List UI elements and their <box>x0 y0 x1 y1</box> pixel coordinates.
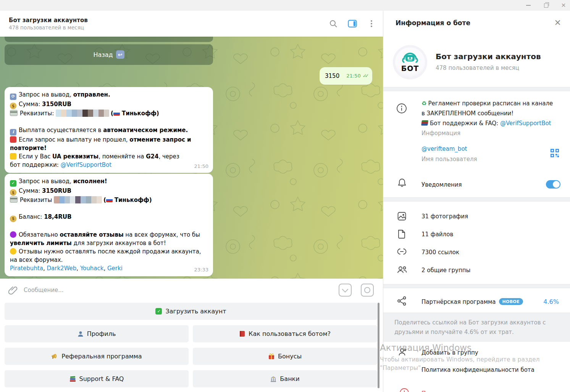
message-time: 21:50 <box>194 162 208 171</box>
megaphone-emoji-icon <box>51 353 58 360</box>
add-user-icon <box>397 347 408 358</box>
close-panel-icon[interactable]: ✕ <box>554 18 561 27</box>
russia-flag-icon <box>113 111 120 116</box>
shared-links-row[interactable]: 7300 ссылок <box>421 249 459 256</box>
inline-button-back[interactable]: Назад ↩ <box>5 44 213 65</box>
bot-message-withdraw-sent: ⟳Запрос на вывод, отправлен. $Сумма: 315… <box>5 87 213 173</box>
chat-title: Бот загрузки аккаунтов <box>9 16 88 24</box>
kb-button-profile[interactable]: Профиль <box>5 325 189 342</box>
forum-link-youhack[interactable]: Youhack <box>80 265 104 272</box>
restore-button[interactable] <box>543 2 549 9</box>
shared-files-row[interactable]: 11 файлов <box>421 231 453 238</box>
moneybag-emoji-icon: $ <box>10 189 16 196</box>
add-to-group-row[interactable]: Добавить в группу <box>421 349 478 356</box>
red-square-emoji-icon <box>10 136 16 143</box>
files-icon <box>397 229 408 240</box>
chat-column: Бот загрузки аккаунтов 478 пользователей… <box>0 11 383 392</box>
kb-button-upload-account[interactable]: ✓ Загрузить аккаунт <box>5 303 377 320</box>
chat-subtitle: 478 пользователей в месяц <box>9 24 88 31</box>
kb-button-support-faq[interactable]: Support & FAQ <box>5 370 189 387</box>
refresh-emoji-icon: ⟳ <box>10 94 16 100</box>
panel-bot-name: Бот загрузки аккаунтов <box>436 52 541 61</box>
books-emoji-icon <box>421 120 428 126</box>
censored-requisites <box>56 110 109 117</box>
chat-background: YooMoney 4100118822875872 Назад ↩ 3150 2… <box>0 37 383 279</box>
bot-info-panel: Информация о боте ✕ БОТ Бот загрузки акк… <box>383 11 570 392</box>
hide-keyboard-icon[interactable] <box>339 284 352 297</box>
message-time: 21:50 <box>346 72 360 80</box>
bell-icon <box>397 178 408 189</box>
kb-button-banks[interactable]: Банки <box>193 370 377 387</box>
red-book-emoji-icon <box>239 331 245 337</box>
check-emoji-icon: ✓ <box>10 180 16 187</box>
links-icon <box>397 248 407 258</box>
info-icon <box>396 103 407 114</box>
forum-link-piratebuhta[interactable]: Piratebuhta <box>10 265 43 272</box>
close-window-button[interactable]: ✕ <box>560 2 567 9</box>
menu-kebab-icon[interactable] <box>367 19 376 28</box>
forum-link-dark2web[interactable]: Dark2Web <box>47 265 77 272</box>
support-bot-link[interactable]: @VerifSupportBot <box>500 120 551 127</box>
info-label: Информация <box>421 128 564 138</box>
bot-avatar[interactable]: БОТ <box>393 45 427 79</box>
card-emoji-icon <box>10 110 18 116</box>
partner-program-row[interactable]: Партнёрская программаНОВОЕ <box>421 298 523 305</box>
bot-keyboard-icon[interactable] <box>361 284 374 297</box>
partner-percent: 4.6% <box>543 298 559 305</box>
report-icon <box>399 388 410 392</box>
attach-icon[interactable] <box>8 286 18 295</box>
inline-button-yoomoney[interactable]: YooMoney 4100118822875872 <box>5 37 213 42</box>
chat-header: Бот загрузки аккаунтов 478 пользователей… <box>0 11 383 37</box>
partner-description: Поделитесь ссылкой на Бот загрузки аккау… <box>383 313 570 342</box>
common-groups-row[interactable]: 2 общие группы <box>421 267 470 274</box>
robot-icon <box>402 52 418 65</box>
back-arrow-icon: ↩ <box>116 50 124 59</box>
bank-emoji-icon <box>270 376 276 382</box>
groups-icon <box>397 265 408 276</box>
russia-flag-icon <box>106 198 113 202</box>
notifications-toggle[interactable] <box>546 180 560 189</box>
keyboard-scrollbar[interactable] <box>378 303 379 388</box>
kb-button-how-to-use[interactable]: Как пользоваться ботом? <box>193 325 377 342</box>
card-emoji-icon <box>10 197 18 203</box>
panel-title: Информация о боте <box>396 19 470 27</box>
qr-code-icon[interactable] <box>550 148 560 158</box>
message-text: 3150 <box>325 72 339 80</box>
moneybag-emoji-icon: $ <box>10 216 16 222</box>
purple-circle-emoji-icon <box>10 231 16 238</box>
section-divider <box>383 284 570 288</box>
message-composer <box>0 279 383 302</box>
shared-photos-row[interactable]: 31 фотография <box>421 213 468 220</box>
message-input[interactable] <box>23 286 339 294</box>
books-emoji-icon <box>69 376 76 382</box>
moneybag-emoji-icon: $ <box>10 103 16 109</box>
read-checkmarks-icon: ✓✓ <box>363 72 369 80</box>
report-row[interactable]: Пожаловаться <box>421 390 465 392</box>
privacy-policy-row[interactable]: Политика конфиденциальности бота <box>421 366 534 373</box>
yellow-square-emoji-icon <box>10 153 16 160</box>
bot-message-withdraw-done: ✓Запрос на вывод, исполнен! $Сумма: 3150… <box>5 174 213 276</box>
recycle-emoji-icon: ♻ <box>421 100 426 107</box>
bot-username-link[interactable]: @verifteam_bot <box>421 145 467 152</box>
message-time: 23:33 <box>194 266 208 274</box>
window-titlebar: ✕ <box>0 0 570 11</box>
toggle-sidebar-icon[interactable] <box>348 19 357 28</box>
info-emoji-icon: i <box>10 129 16 136</box>
gift-emoji-icon <box>268 353 275 360</box>
avatar-label: БОТ <box>401 64 419 73</box>
forum-link-gerki[interactable]: Gerki <box>107 265 123 272</box>
support-bot-link[interactable]: @VerifSupportBot <box>61 161 112 168</box>
search-icon[interactable] <box>329 19 338 28</box>
person-emoji-icon <box>78 331 84 337</box>
outgoing-message: 3150 21:50 ✓✓ <box>320 67 372 85</box>
kb-button-referral[interactable]: Реферальная программа <box>5 348 189 365</box>
kb-button-bonuses[interactable]: Бонусы <box>193 348 377 365</box>
minimize-button[interactable] <box>525 2 532 9</box>
telegram-window: ✕ Бот загрузки аккаунтов 478 пользовател… <box>0 0 570 392</box>
check-emoji-icon: ✓ <box>155 308 162 315</box>
photos-icon <box>397 211 408 222</box>
share-icon <box>397 296 408 307</box>
censored-requisites <box>54 196 102 203</box>
notifications-label: Уведомления <box>421 181 462 188</box>
section-divider <box>383 197 570 202</box>
